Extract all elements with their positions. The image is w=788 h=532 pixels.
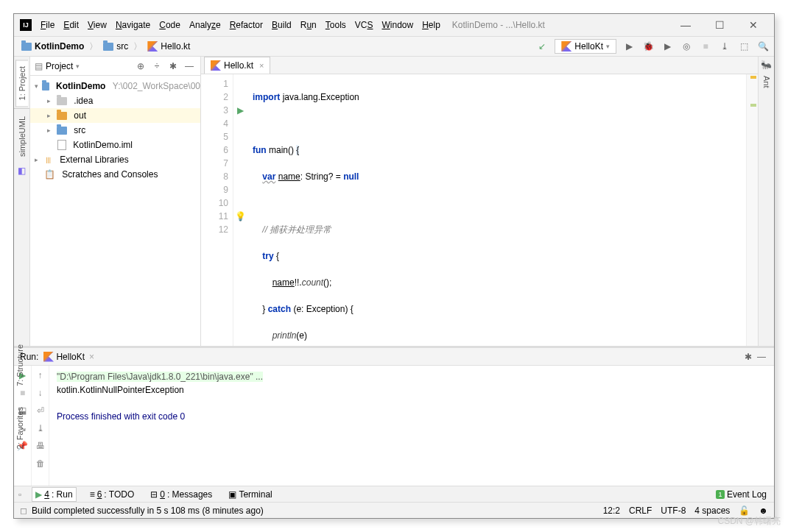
menu-help[interactable]: Help bbox=[419, 18, 443, 32]
tree-src[interactable]: ▸ src bbox=[30, 123, 200, 138]
tree-iml[interactable]: KotlinDemo.iml bbox=[30, 138, 200, 152]
editor-body[interactable]: 123456789101112 ▶ 💡 import java.lang.Exc… bbox=[201, 74, 758, 346]
tab-run[interactable]: ▶4: Run bbox=[32, 487, 76, 502]
project-view-icon: ▤ bbox=[35, 61, 43, 71]
locate-icon[interactable]: ⊕ bbox=[134, 60, 147, 73]
scroll-button[interactable]: ⤓ bbox=[37, 423, 44, 433]
run-config-name[interactable]: HelloKt bbox=[56, 352, 85, 362]
menubar: File Edit View Navigate Code Analyze Ref… bbox=[38, 18, 443, 32]
readonly-icon[interactable]: 🔓 bbox=[739, 506, 750, 516]
menu-navigate[interactable]: Navigate bbox=[113, 18, 153, 32]
close-run-tab[interactable]: × bbox=[89, 352, 94, 362]
print-button[interactable]: 🖶 bbox=[36, 441, 45, 451]
project-tree: ▾ KotlinDemo Y:\002_WorkSpace\00 ▸ .idea… bbox=[30, 76, 200, 185]
bulb-icon[interactable]: 💡 bbox=[235, 211, 246, 221]
collapse-icon[interactable]: ÷ bbox=[150, 60, 163, 73]
minimize-button[interactable]: — bbox=[677, 19, 694, 31]
kotlin-icon bbox=[43, 352, 54, 362]
run-config-selector[interactable]: HelloKt ▾ bbox=[555, 39, 616, 54]
line-separator[interactable]: CRLF bbox=[629, 506, 652, 516]
error-stripe[interactable] bbox=[746, 74, 758, 346]
left-tool-tabs: 1: Project simpleUML ◧ bbox=[14, 57, 30, 346]
layout-button[interactable]: ⬚ bbox=[737, 40, 750, 53]
line-numbers: 123456789101112 bbox=[201, 74, 233, 346]
tab-favorites[interactable]: 2: Favorites bbox=[14, 401, 26, 455]
tab-ant[interactable]: Ant bbox=[761, 70, 773, 94]
menu-code[interactable]: Code bbox=[156, 18, 183, 32]
run-toolbar-right: ↑ ↓ ⏎ ⤓ 🖶 🗑 bbox=[32, 366, 49, 486]
kotlin-icon bbox=[147, 41, 158, 52]
tab-todo[interactable]: ≡ 6: TODO bbox=[87, 488, 138, 501]
tree-ext-lib[interactable]: ▸⫼ External Libraries bbox=[30, 152, 200, 167]
tool-window-quick-access[interactable]: ▫ bbox=[18, 489, 21, 500]
search-icon[interactable]: 🔍 bbox=[756, 40, 770, 53]
tab-project[interactable]: 1: Project bbox=[15, 60, 28, 107]
inspector-icon[interactable]: ☻ bbox=[759, 506, 768, 516]
tree-out[interactable]: ▸ out bbox=[30, 108, 200, 123]
wrap-button[interactable]: ⏎ bbox=[37, 405, 44, 416]
stop-button[interactable]: ■ bbox=[699, 40, 712, 53]
tab-structure[interactable]: 7: Structure bbox=[14, 338, 26, 392]
menu-run[interactable]: Run bbox=[298, 18, 320, 32]
app-icon: IJ bbox=[20, 19, 32, 31]
menu-edit[interactable]: Edit bbox=[60, 18, 82, 32]
breadcrumb-src[interactable]: src bbox=[100, 40, 131, 53]
console-output[interactable]: "D:\Program Files\Java\jdk1.8.0_221\bin\… bbox=[49, 366, 774, 486]
ant-icon: 🐜 bbox=[761, 60, 772, 70]
bottom-tool-tabs: ▫ ▶4: Run ≡ 6: TODO ⊟ 0: Messages ▣ Term… bbox=[14, 486, 774, 502]
menu-vcs[interactable]: VCS bbox=[352, 18, 376, 32]
build-icon[interactable]: ↙ bbox=[535, 40, 549, 53]
menu-refactor[interactable]: Refactor bbox=[227, 18, 266, 32]
tab-terminal[interactable]: ▣ Terminal bbox=[225, 488, 275, 501]
close-tab-icon[interactable]: × bbox=[259, 61, 264, 70]
encoding[interactable]: UTF-8 bbox=[661, 506, 686, 516]
menu-tools[interactable]: Tools bbox=[323, 18, 349, 32]
hide-run-icon[interactable]: — bbox=[755, 350, 768, 363]
menu-analyze[interactable]: Analyze bbox=[186, 18, 224, 32]
maximize-button[interactable]: ☐ bbox=[711, 19, 728, 31]
window-title: KotlinDemo - ...\Hello.kt bbox=[452, 20, 545, 30]
down-button[interactable]: ↓ bbox=[38, 388, 43, 398]
up-button[interactable]: ↑ bbox=[38, 370, 43, 380]
tab-simpleuml[interactable]: simpleUML bbox=[16, 110, 28, 163]
uml-icon: ◧ bbox=[18, 166, 26, 176]
tree-idea[interactable]: ▸ .idea bbox=[30, 93, 200, 108]
settings-icon[interactable]: ✱ bbox=[166, 60, 180, 73]
hide-icon[interactable]: — bbox=[183, 60, 196, 73]
caret-position[interactable]: 12:2 bbox=[603, 506, 620, 516]
code-content[interactable]: import java.lang.Exception fun main() { … bbox=[247, 74, 746, 346]
coverage-button[interactable]: ▶ bbox=[661, 40, 674, 53]
editor-tab-hello[interactable]: Hello.kt × bbox=[204, 57, 270, 74]
clear-button[interactable]: 🗑 bbox=[36, 458, 45, 469]
kotlin-icon bbox=[561, 41, 571, 52]
menu-file[interactable]: File bbox=[38, 18, 57, 32]
tab-messages[interactable]: ⊟ 0: Messages bbox=[147, 488, 215, 501]
menu-window[interactable]: Window bbox=[379, 18, 416, 32]
watermark: CSDN @韩曙亮 bbox=[717, 515, 781, 528]
breadcrumb-project[interactable]: KotlinDemo bbox=[18, 40, 87, 53]
run-settings-icon[interactable]: ✱ bbox=[742, 350, 755, 363]
vcs-button[interactable]: ⤓ bbox=[718, 40, 731, 53]
gutter-icons: ▶ 💡 bbox=[233, 74, 247, 346]
profile-button[interactable]: ◎ bbox=[680, 40, 693, 53]
editor-area: Hello.kt × 123456789101112 ▶ 💡 import ja… bbox=[201, 57, 758, 346]
project-label[interactable]: Project bbox=[46, 61, 73, 71]
menu-build[interactable]: Build bbox=[269, 18, 295, 32]
breadcrumb-file[interactable]: Hello.kt bbox=[144, 40, 193, 53]
ide-window: IJ File Edit View Navigate Code Analyze … bbox=[13, 13, 775, 519]
run-button[interactable]: ▶ bbox=[622, 40, 636, 53]
kotlin-icon bbox=[211, 60, 221, 71]
status-bar: ◻ Build completed successfully in 5 s 10… bbox=[14, 502, 774, 518]
menu-view[interactable]: View bbox=[85, 18, 110, 32]
indent[interactable]: 4 spaces bbox=[694, 506, 730, 516]
left-lower-tabs: 7: Structure 2: Favorites bbox=[14, 338, 30, 455]
debug-button[interactable]: 🐞 bbox=[641, 40, 655, 53]
tree-root[interactable]: ▾ KotlinDemo Y:\002_WorkSpace\00 bbox=[30, 79, 200, 93]
close-button[interactable]: ✕ bbox=[745, 19, 762, 31]
run-gutter-icon[interactable]: ▶ bbox=[237, 105, 244, 116]
run-panel: Run: HelloKt × ✱ — ▶ ■ ⬓ ↘ 📌 ↑ ↓ ⏎ ⤓ 🖶 🗑 bbox=[14, 346, 774, 486]
right-tool-tabs: 🐜 Ant bbox=[758, 57, 774, 346]
project-panel: ▤ Project ▾ ⊕ ÷ ✱ — ▾ KotlinDemo Y:\002_… bbox=[30, 57, 201, 346]
tab-eventlog[interactable]: 1 Event Log bbox=[713, 488, 770, 501]
tree-scratch[interactable]: 📋 Scratches and Consoles bbox=[30, 167, 200, 182]
